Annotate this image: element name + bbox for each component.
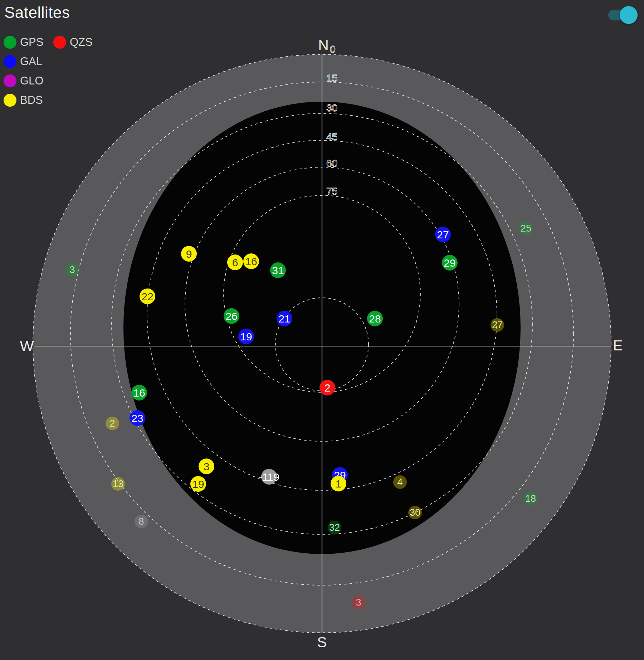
satellite-label-gal-21: 21 bbox=[278, 313, 290, 325]
legend-label: GPS bbox=[20, 36, 43, 49]
satellite-label-gps-26: 26 bbox=[225, 310, 237, 322]
satellite-label-gal-19: 19 bbox=[240, 331, 252, 343]
satellite-label-bds-27: 27 bbox=[492, 320, 503, 330]
elevation-tick-label: 60 bbox=[326, 158, 337, 169]
compass-label-w: W bbox=[20, 338, 34, 354]
satellite-label-gal-27: 27 bbox=[437, 229, 449, 241]
satellite-label-bds-22: 22 bbox=[141, 291, 153, 302]
gal-dot-icon bbox=[4, 55, 16, 68]
legend-item-glo: GLO bbox=[4, 74, 43, 88]
page-title: Satellites bbox=[4, 4, 70, 21]
elevation-tick-label: 30 bbox=[326, 102, 337, 113]
satellite-label-bds-4: 4 bbox=[397, 477, 402, 487]
satellite-label-other-8: 8 bbox=[138, 516, 144, 527]
qzs-dot-icon bbox=[53, 36, 66, 49]
legend-label: QZS bbox=[70, 36, 93, 49]
legend-item-qzs: QZS bbox=[53, 35, 93, 49]
satellite-label-gps-31: 31 bbox=[272, 265, 284, 276]
satellite-label-gps-32: 32 bbox=[329, 522, 340, 533]
compass-label-n: N bbox=[318, 37, 329, 53]
satellite-label-other-119: -119 bbox=[259, 471, 279, 483]
satellite-label-bds-9: 9 bbox=[186, 248, 192, 260]
satellite-label-qzs-2: 2 bbox=[325, 382, 331, 394]
satellite-label-bds-6: 6 bbox=[232, 257, 238, 268]
glo-dot-icon bbox=[4, 74, 16, 87]
satellite-label-bds-30: 30 bbox=[410, 507, 420, 518]
satellite-label-gps-28: 28 bbox=[369, 313, 381, 325]
satellite-label-gps-18: 18 bbox=[525, 493, 536, 504]
satellite-label-gps-16: 16 bbox=[133, 387, 145, 399]
legend-item-gal: GAL bbox=[4, 54, 42, 69]
elevation-tick-label: 45 bbox=[326, 131, 337, 142]
satellite-label-qzs-3: 3 bbox=[356, 597, 361, 608]
elevation-tick-label: 75 bbox=[326, 186, 337, 197]
elevation-tick-label: 15 bbox=[326, 73, 337, 84]
satellite-label-gps-29: 29 bbox=[444, 257, 455, 269]
satellite-label-bds-16: 16 bbox=[245, 256, 257, 267]
satellite-label-bds-1: 1 bbox=[336, 478, 342, 490]
legend-label: GLO bbox=[20, 74, 43, 87]
toggle-knob bbox=[620, 6, 638, 24]
satellite-label-gal-23: 23 bbox=[131, 412, 143, 424]
satellite-label-bds-13: 13 bbox=[113, 479, 123, 489]
satellite-label-bds-3: 3 bbox=[204, 461, 210, 472]
compass-label-e: E bbox=[613, 337, 623, 354]
satellites-toggle[interactable] bbox=[608, 9, 639, 21]
gps-dot-icon bbox=[4, 36, 16, 49]
bds-dot-icon bbox=[4, 94, 16, 107]
skyplot-chart: 01530456075NESW2532721381830323496163122… bbox=[0, 0, 644, 660]
elevation-tick-label: 0 bbox=[330, 44, 336, 55]
satellite-label-bds-19: 19 bbox=[192, 478, 204, 490]
satellite-label-gps-25: 25 bbox=[521, 223, 531, 234]
compass-label-s: S bbox=[317, 634, 327, 650]
legend-label: GAL bbox=[20, 55, 42, 68]
satellites-page: { "header": { "title": "Satellites" }, "… bbox=[0, 0, 644, 660]
satellite-label-gps-3: 3 bbox=[69, 265, 75, 275]
legend-item-gps: GPS bbox=[4, 35, 43, 49]
legend-item-bds: BDS bbox=[4, 93, 43, 107]
satellite-label-bds-2: 2 bbox=[109, 418, 115, 429]
legend-label: BDS bbox=[20, 94, 43, 107]
